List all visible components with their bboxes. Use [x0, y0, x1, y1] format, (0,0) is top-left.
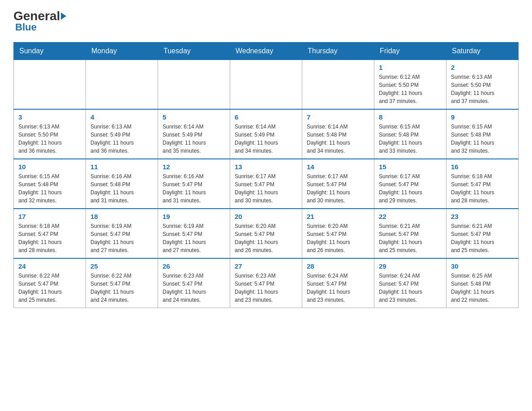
day-info: Sunrise: 6:19 AM Sunset: 5:47 PM Dayligh… [90, 222, 153, 254]
calendar-cell [230, 60, 302, 110]
day-number: 20 [235, 213, 297, 220]
calendar-cell: 18Sunrise: 6:19 AM Sunset: 5:47 PM Dayli… [86, 209, 158, 258]
day-number: 26 [163, 262, 225, 270]
day-number: 24 [18, 262, 81, 270]
calendar-cell: 11Sunrise: 6:16 AM Sunset: 5:48 PM Dayli… [86, 159, 158, 209]
calendar-week-row: 24Sunrise: 6:22 AM Sunset: 5:47 PM Dayli… [14, 258, 519, 308]
calendar-cell: 15Sunrise: 6:17 AM Sunset: 5:47 PM Dayli… [374, 159, 446, 209]
day-header-sunday: Sunday [14, 43, 86, 60]
calendar-cell: 2Sunrise: 6:13 AM Sunset: 5:50 PM Daylig… [446, 60, 519, 110]
day-info: Sunrise: 6:17 AM Sunset: 5:47 PM Dayligh… [379, 172, 442, 205]
day-number: 18 [90, 213, 153, 220]
day-info: Sunrise: 6:21 AM Sunset: 5:47 PM Dayligh… [379, 222, 442, 254]
day-number: 17 [18, 213, 81, 220]
calendar-table: SundayMondayTuesdayWednesdayThursdayFrid… [13, 42, 519, 308]
day-number: 12 [163, 163, 225, 171]
day-number: 3 [18, 113, 81, 121]
day-info: Sunrise: 6:14 AM Sunset: 5:48 PM Dayligh… [307, 123, 369, 155]
calendar-cell: 3Sunrise: 6:13 AM Sunset: 5:50 PM Daylig… [14, 109, 86, 159]
calendar-cell: 7Sunrise: 6:14 AM Sunset: 5:48 PM Daylig… [302, 109, 374, 159]
day-number: 6 [235, 113, 297, 121]
day-number: 9 [451, 113, 514, 121]
day-info: Sunrise: 6:13 AM Sunset: 5:50 PM Dayligh… [451, 73, 514, 105]
day-info: Sunrise: 6:25 AM Sunset: 5:48 PM Dayligh… [451, 272, 514, 304]
calendar-cell: 29Sunrise: 6:24 AM Sunset: 5:47 PM Dayli… [374, 258, 446, 308]
day-number: 29 [379, 262, 442, 270]
calendar-cell: 19Sunrise: 6:19 AM Sunset: 5:47 PM Dayli… [158, 209, 230, 258]
day-number: 1 [379, 64, 442, 71]
calendar-week-row: 10Sunrise: 6:15 AM Sunset: 5:48 PM Dayli… [14, 159, 519, 209]
day-number: 22 [379, 213, 442, 220]
day-info: Sunrise: 6:15 AM Sunset: 5:48 PM Dayligh… [379, 123, 442, 155]
day-number: 28 [307, 262, 369, 270]
day-number: 30 [451, 262, 514, 270]
day-number: 15 [379, 163, 442, 171]
calendar-cell: 27Sunrise: 6:23 AM Sunset: 5:47 PM Dayli… [230, 258, 302, 308]
day-info: Sunrise: 6:17 AM Sunset: 5:47 PM Dayligh… [235, 172, 297, 205]
day-number: 27 [235, 262, 297, 270]
calendar-cell: 24Sunrise: 6:22 AM Sunset: 5:47 PM Dayli… [14, 258, 86, 308]
calendar-cell: 25Sunrise: 6:22 AM Sunset: 5:47 PM Dayli… [86, 258, 158, 308]
day-info: Sunrise: 6:18 AM Sunset: 5:47 PM Dayligh… [451, 172, 514, 205]
logo: General Blue [13, 9, 66, 33]
day-header-tuesday: Tuesday [158, 43, 230, 60]
day-info: Sunrise: 6:14 AM Sunset: 5:49 PM Dayligh… [235, 123, 297, 155]
calendar-cell: 16Sunrise: 6:18 AM Sunset: 5:47 PM Dayli… [446, 159, 519, 209]
calendar-cell: 30Sunrise: 6:25 AM Sunset: 5:48 PM Dayli… [446, 258, 519, 308]
calendar-cell [14, 60, 86, 110]
calendar-cell: 23Sunrise: 6:21 AM Sunset: 5:47 PM Dayli… [446, 209, 519, 258]
logo-blue-text: Blue [15, 21, 37, 33]
day-number: 5 [163, 113, 225, 121]
day-number: 2 [451, 64, 514, 71]
day-info: Sunrise: 6:18 AM Sunset: 5:47 PM Dayligh… [18, 222, 81, 254]
day-info: Sunrise: 6:22 AM Sunset: 5:47 PM Dayligh… [18, 272, 81, 304]
day-info: Sunrise: 6:20 AM Sunset: 5:47 PM Dayligh… [307, 222, 369, 254]
calendar-cell: 4Sunrise: 6:13 AM Sunset: 5:49 PM Daylig… [86, 109, 158, 159]
calendar-cell: 6Sunrise: 6:14 AM Sunset: 5:49 PM Daylig… [230, 109, 302, 159]
calendar-week-row: 17Sunrise: 6:18 AM Sunset: 5:47 PM Dayli… [14, 209, 519, 258]
day-number: 13 [235, 163, 297, 171]
calendar-cell: 10Sunrise: 6:15 AM Sunset: 5:48 PM Dayli… [14, 159, 86, 209]
day-info: Sunrise: 6:24 AM Sunset: 5:47 PM Dayligh… [307, 272, 369, 304]
day-number: 4 [90, 113, 153, 121]
day-info: Sunrise: 6:20 AM Sunset: 5:47 PM Dayligh… [235, 222, 297, 254]
day-header-thursday: Thursday [302, 43, 374, 60]
calendar-cell: 5Sunrise: 6:14 AM Sunset: 5:49 PM Daylig… [158, 109, 230, 159]
day-info: Sunrise: 6:19 AM Sunset: 5:47 PM Dayligh… [163, 222, 225, 254]
day-number: 14 [307, 163, 369, 171]
day-number: 8 [379, 113, 442, 121]
day-info: Sunrise: 6:15 AM Sunset: 5:48 PM Dayligh… [18, 172, 81, 205]
calendar-cell: 22Sunrise: 6:21 AM Sunset: 5:47 PM Dayli… [374, 209, 446, 258]
day-number: 16 [451, 163, 514, 171]
day-info: Sunrise: 6:15 AM Sunset: 5:48 PM Dayligh… [451, 123, 514, 155]
calendar-cell: 21Sunrise: 6:20 AM Sunset: 5:47 PM Dayli… [302, 209, 374, 258]
calendar-cell: 26Sunrise: 6:23 AM Sunset: 5:47 PM Dayli… [158, 258, 230, 308]
day-info: Sunrise: 6:23 AM Sunset: 5:47 PM Dayligh… [163, 272, 225, 304]
day-info: Sunrise: 6:16 AM Sunset: 5:47 PM Dayligh… [163, 172, 225, 205]
logo-triangle-icon [61, 13, 66, 20]
calendar-cell: 1Sunrise: 6:12 AM Sunset: 5:50 PM Daylig… [374, 60, 446, 110]
calendar-cell: 17Sunrise: 6:18 AM Sunset: 5:47 PM Dayli… [14, 209, 86, 258]
day-header-friday: Friday [374, 43, 446, 60]
day-info: Sunrise: 6:16 AM Sunset: 5:48 PM Dayligh… [90, 172, 153, 205]
day-header-wednesday: Wednesday [230, 43, 302, 60]
day-info: Sunrise: 6:21 AM Sunset: 5:47 PM Dayligh… [451, 222, 514, 254]
day-number: 23 [451, 213, 514, 220]
page-header: General Blue [13, 9, 519, 33]
day-number: 11 [90, 163, 153, 171]
calendar-cell: 13Sunrise: 6:17 AM Sunset: 5:47 PM Dayli… [230, 159, 302, 209]
calendar-cell: 8Sunrise: 6:15 AM Sunset: 5:48 PM Daylig… [374, 109, 446, 159]
calendar-cell: 20Sunrise: 6:20 AM Sunset: 5:47 PM Dayli… [230, 209, 302, 258]
day-info: Sunrise: 6:14 AM Sunset: 5:49 PM Dayligh… [163, 123, 225, 155]
day-info: Sunrise: 6:23 AM Sunset: 5:47 PM Dayligh… [235, 272, 297, 304]
day-info: Sunrise: 6:12 AM Sunset: 5:50 PM Dayligh… [379, 73, 442, 105]
calendar-cell: 9Sunrise: 6:15 AM Sunset: 5:48 PM Daylig… [446, 109, 519, 159]
calendar-cell [302, 60, 374, 110]
calendar-week-row: 3Sunrise: 6:13 AM Sunset: 5:50 PM Daylig… [14, 109, 519, 159]
day-header-saturday: Saturday [446, 43, 519, 60]
day-number: 7 [307, 113, 369, 121]
day-info: Sunrise: 6:13 AM Sunset: 5:49 PM Dayligh… [90, 123, 153, 155]
calendar-cell [86, 60, 158, 110]
day-header-monday: Monday [86, 43, 158, 60]
calendar-cell: 28Sunrise: 6:24 AM Sunset: 5:47 PM Dayli… [302, 258, 374, 308]
